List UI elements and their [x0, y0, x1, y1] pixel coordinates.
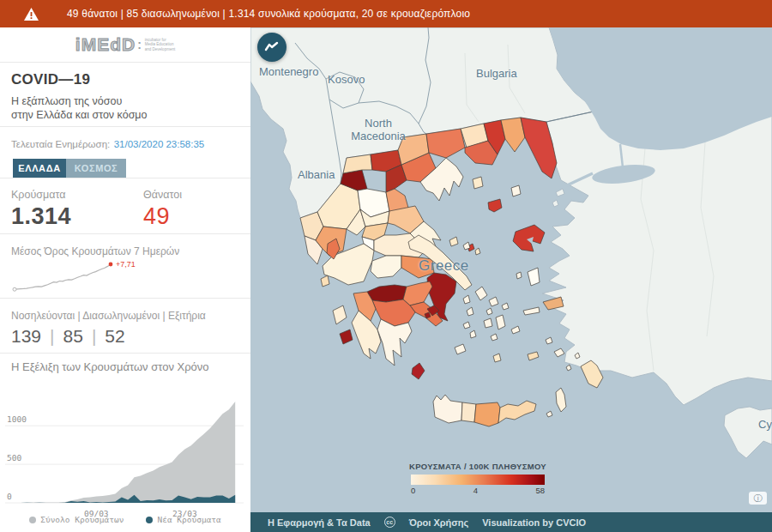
- map-footer: Η Εφαρμογή & Τα Data cc Όροι Χρήσης Visu…: [250, 512, 772, 532]
- legend-total-cases: Σύνολο Κρουσμάτων: [29, 515, 124, 524]
- region-heraklion[interactable]: [474, 402, 500, 426]
- title-block: COVID—19 Η εξάπλωση της νόσου στην Ελλάδ…: [0, 63, 250, 127]
- covid19-dashboard: 49 θάνατοι | 85 διασωληνωμένοι | 1.314 σ…: [0, 0, 772, 532]
- label-greece: Greece: [419, 257, 469, 275]
- hospital-block: Νοσηλεύονται | Διασωληνωμένοι | Εξιτήρια…: [0, 299, 250, 354]
- tab-greece[interactable]: ΕΛΛΑΔΑ: [13, 159, 66, 178]
- svg-text:500: 500: [7, 453, 21, 462]
- svg-text:+7,71: +7,71: [116, 260, 136, 269]
- page-subtitle: Η εξάπλωση της νόσου στην Ελλάδα και στο…: [11, 94, 250, 122]
- label-albania: Albania: [298, 168, 335, 181]
- label-north-macedonia: North Macedonia: [343, 117, 413, 142]
- label-kosovo: Kosovo: [328, 73, 365, 86]
- logo-tagline: incubator for Media Education and Develo…: [145, 38, 175, 52]
- imedd-logo: iMEdD: [75, 34, 136, 55]
- choropleth-gradient-bar: [411, 475, 545, 485]
- choropleth-legend: ΚΡΟΥΣΜΑΤΑ / 100Κ ΠΛΗΘΥΣΜΟΥ 0 4 58: [392, 462, 564, 495]
- sidebar: iMEdD : incubator for Media Education an…: [0, 27, 250, 532]
- svg-text:1000: 1000: [7, 414, 27, 424]
- avg7-sparkline: +7,71: [11, 257, 157, 295]
- hospital-labels: Νοσηλεύονται | Διασωληνωμένοι | Εξιτήρια: [11, 310, 250, 322]
- map-attribution-button[interactable]: ⓘ: [749, 492, 767, 505]
- avg7-block: Μέσος Όρος Κρουσμάτων 7 Ημερών +7,71: [0, 234, 250, 299]
- alert-bar: 49 θάνατοι | 85 διασωληνωμένοι | 1.314 σ…: [0, 0, 772, 27]
- new-cases-dot: [146, 517, 153, 523]
- stats-block: Κρούσματα 1.314 Θάνατοι 49: [0, 178, 250, 234]
- page-title: COVID—19: [11, 71, 250, 88]
- trend-toggle-button[interactable]: [257, 33, 286, 62]
- label-bulgaria: Bulgaria: [476, 67, 517, 80]
- tab-world[interactable]: ΚΟΣΜΟΣ: [66, 159, 126, 178]
- warning-icon: [24, 8, 39, 21]
- label-montenegro: Montenegro: [259, 65, 318, 78]
- last-update-label: Τελευταία Ενημέρωση:: [11, 139, 110, 149]
- avg7-title: Μέσος Όρος Κρουσμάτων 7 Ημερών: [11, 245, 250, 257]
- visualization-credit-link[interactable]: Visualization by CVCIO: [482, 517, 586, 528]
- choropleth-legend-title: ΚΡΟΥΣΜΑΤΑ / 100Κ ΠΛΗΘΥΣΜΟΥ: [392, 462, 564, 471]
- evolution-chart-legend: Σύνολο Κρουσμάτων Νέα Κρούσματα: [0, 515, 250, 524]
- trend-line-icon: [264, 41, 280, 53]
- basemap-svg[interactable]: [250, 27, 772, 512]
- legend-new-cases: Νέα Κρούσματα: [146, 515, 220, 524]
- evolution-chart: 0500100009/0323/03: [0, 387, 249, 524]
- region-thasos[interactable]: [473, 177, 483, 189]
- deaths-value: 49: [143, 203, 182, 230]
- deaths-label: Θάνατοι: [143, 189, 182, 201]
- terms-link[interactable]: Όροι Χρήσης: [409, 517, 469, 528]
- greece-choropleth-map[interactable]: Montenegro Kosovo Bulgaria North Macedon…: [250, 27, 772, 512]
- hospital-values: 139|85|52: [11, 326, 250, 347]
- country-world-tabs: ΕΛΛΑΔΑ ΚΟΣΜΟΣ: [11, 159, 250, 178]
- app-data-link[interactable]: Η Εφαρμογή & Τα Data: [268, 517, 371, 528]
- creative-commons-icon: cc: [384, 517, 395, 528]
- label-cyprus: Cyprus: [758, 418, 772, 431]
- cases-value: 1.314: [11, 203, 143, 230]
- alert-text: 49 θάνατοι | 85 διασωληνωμένοι | 1.314 σ…: [67, 8, 470, 20]
- choropleth-legend-ticks: 0 4 58: [411, 486, 545, 495]
- update-block: Τελευταία Ενημέρωση: 31/03/2020 23:58:35…: [0, 127, 250, 178]
- evolution-chart-block: Η Εξέλιξη των Κρουσμάτων στον Χρόνο 0500…: [0, 354, 250, 532]
- total-cases-dot: [29, 517, 36, 523]
- last-update-value: 31/03/2020 23:58:35: [114, 139, 205, 149]
- cases-label: Κρούσματα: [11, 189, 143, 201]
- svg-text:0: 0: [7, 492, 12, 501]
- region-rethymno[interactable]: [461, 402, 476, 422]
- evolution-chart-title: Η Εξέλιξη των Κρουσμάτων στον Χρόνο: [11, 360, 250, 373]
- logo-block: iMEdD : incubator for Media Education an…: [0, 27, 250, 63]
